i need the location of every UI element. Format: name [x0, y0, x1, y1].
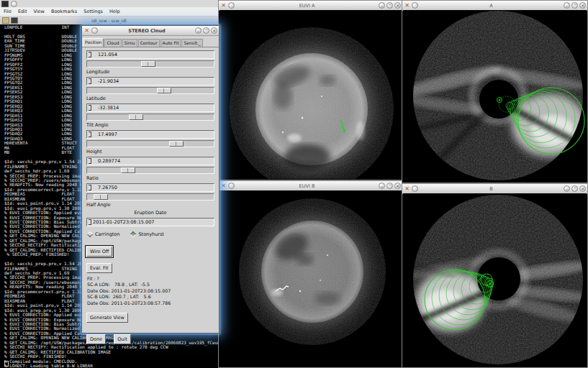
longitude-input[interactable]: 121.054: [86, 50, 214, 59]
height-slider[interactable]: [86, 140, 214, 147]
half-angle-slider-thumb[interactable]: [94, 194, 108, 200]
dialog-titlebar[interactable]: ✕ STEREO Cloud ⌄ ⌃ ✕: [82, 26, 219, 36]
tab-position[interactable]: Position: [83, 38, 104, 47]
window-sticky-button[interactable]: [228, 2, 235, 9]
done-button[interactable]: Done: [86, 334, 106, 344]
coordinate-system-radios: CarringtonStonyhurst: [88, 231, 214, 237]
latitude-slider-thumb[interactable]: [157, 88, 171, 93]
longitude-label: Longitude: [86, 69, 214, 75]
tab-auto-fit[interactable]: Auto Fit: [160, 39, 181, 47]
param-row-latitude: -21.9034Latitude: [86, 77, 214, 101]
tab-cloud[interactable]: Cloud: [104, 39, 121, 47]
radio-carrington[interactable]: Carrington: [88, 231, 119, 237]
tilt-angle-slider-thumb[interactable]: [129, 114, 143, 120]
minimize-button[interactable]: ⌄: [564, 2, 570, 9]
close-button[interactable]: ✕: [579, 2, 586, 9]
longitude-value: 121.054: [98, 52, 117, 58]
param-row-ratio: 0.289774Ratio: [86, 157, 214, 181]
close-button[interactable]: ✕: [394, 2, 401, 9]
latitude-slider[interactable]: [86, 87, 214, 94]
ratio-slider-thumb[interactable]: [121, 167, 135, 173]
desktop: FileEditViewBookmarksSettingsHelp idl_ss…: [0, 0, 588, 368]
tab-contour[interactable]: Contour: [138, 39, 160, 47]
latitude-input[interactable]: -21.9034: [86, 77, 214, 86]
window-app-icon[interactable]: ✕: [404, 185, 410, 192]
menu-item[interactable]: File: [4, 9, 12, 14]
ratio-value: 0.289774: [98, 158, 120, 164]
terminal-minimize-button[interactable]: [11, 1, 17, 7]
window-app-icon[interactable]: ✕: [220, 2, 227, 9]
close-button[interactable]: ✕: [211, 27, 217, 34]
half-angle-slider[interactable]: [86, 193, 214, 201]
window-sticky-button[interactable]: [412, 2, 418, 9]
window-sticky-button[interactable]: [228, 183, 235, 189]
maximize-button[interactable]: ⌃: [203, 27, 209, 34]
generate-view-button[interactable]: Generate View: [86, 313, 128, 323]
height-value: 17.4997: [98, 132, 117, 137]
height-slider-thumb[interactable]: [169, 141, 184, 147]
cor2-b-image: [403, 193, 587, 367]
close-button[interactable]: ✕: [579, 185, 586, 192]
minimize-button[interactable]: ⌄: [379, 183, 385, 189]
menu-item[interactable]: Edit: [18, 9, 27, 14]
stereo-cloud-dialog: ✕ STEREO Cloud ⌄ ⌃ ✕ PositionCloudSimuCo…: [81, 25, 220, 334]
menu-item[interactable]: Bookmarks: [51, 9, 77, 14]
height-label: Height: [86, 149, 214, 155]
euvi-b-sun-image: [220, 190, 402, 367]
quit-button[interactable]: Quit: [114, 334, 131, 344]
minimize-button[interactable]: ⌄: [564, 185, 570, 192]
terminal-tab-title[interactable]: idl_ssw : ssw_idl: [0, 18, 218, 23]
half-angle-label: Half Angle: [86, 202, 214, 208]
maximize-button[interactable]: ⌃: [571, 185, 578, 192]
radio-stonyhurst[interactable]: Stonyhurst: [131, 231, 163, 237]
half-angle-input[interactable]: 7.26750: [86, 183, 214, 192]
maximize-button[interactable]: ⌃: [571, 2, 578, 9]
ratio-label: Ratio: [86, 175, 214, 181]
ratio-input[interactable]: 0.289774: [86, 157, 214, 165]
tilt-angle-label: Tilt Angle: [86, 122, 214, 128]
dialog-tabs: PositionCloudSimuContourAuto FitSensit._: [82, 36, 219, 47]
terminal-app-icon[interactable]: [1, 1, 9, 7]
minimize-button[interactable]: ⌄: [379, 2, 385, 9]
latitude-label: Latitude: [86, 96, 214, 101]
maximize-button[interactable]: ⌃: [386, 2, 393, 9]
euvi-b-window: ✕ EUVI B ⌄ ⌃ ✕: [218, 180, 403, 368]
menu-item[interactable]: View: [33, 9, 44, 14]
radio-label: Carrington: [95, 231, 119, 237]
longitude-slider[interactable]: [86, 60, 214, 68]
dialog-title: STEREO Cloud: [96, 28, 197, 34]
minimize-button[interactable]: ⌄: [195, 27, 202, 34]
maximize-button[interactable]: ⌃: [386, 183, 393, 189]
tab-sensit[interactable]: Sensit._: [181, 39, 202, 47]
tilt-angle-slider[interactable]: [86, 114, 214, 121]
half-angle-value: 7.26750: [98, 185, 117, 190]
menu-item[interactable]: Settings: [83, 9, 103, 14]
ratio-slider[interactable]: [86, 167, 214, 174]
euvi-a-titlebar: ✕ EUVI A ⌄ ⌃ ✕: [219, 1, 402, 11]
wire-off-button[interactable]: Wire Off: [86, 247, 112, 257]
status-line: Date Obs: 2011-01-20T23:08:57.786: [87, 300, 214, 306]
text-caret: [89, 132, 91, 137]
dialog-sticky-button[interactable]: [91, 27, 98, 34]
cor2-a-coronagraph-image: [403, 10, 587, 182]
euvi-a-window: ✕ EUVI A ⌄ ⌃ ✕: [218, 0, 403, 180]
param-row-height: 17.4997Height: [86, 130, 214, 155]
status-line: Fit : ?: [87, 276, 214, 282]
tilt-angle-input[interactable]: -32.3814: [86, 104, 214, 112]
dialog-app-icon[interactable]: ✕: [83, 27, 90, 34]
window-app-icon[interactable]: ✕: [404, 2, 410, 9]
text-caret: [89, 52, 91, 58]
tab-simu[interactable]: Simu: [122, 39, 137, 47]
text-caret: [89, 78, 91, 84]
cor2-b-titlebar: ✕ B ⌄ ⌃ ✕: [402, 184, 587, 194]
euvi-b-titlebar: ✕ EUVI B ⌄ ⌃ ✕: [219, 181, 402, 191]
eruption-date-field[interactable]: 2011-01-20T23:08:15.007: [86, 218, 214, 226]
close-button[interactable]: ✕: [394, 183, 401, 189]
fit-status-readout: Fit : ?SC-A LON: 78.8 , LAT: -5.5Date Ob…: [87, 276, 214, 306]
window-sticky-button[interactable]: [412, 185, 418, 192]
menu-item[interactable]: Help: [109, 9, 120, 14]
height-input[interactable]: 17.4997: [86, 130, 214, 139]
longitude-slider-thumb[interactable]: [141, 61, 155, 67]
window-app-icon[interactable]: ✕: [220, 183, 227, 189]
eval-fit-button[interactable]: Eval. Fit: [86, 263, 112, 273]
